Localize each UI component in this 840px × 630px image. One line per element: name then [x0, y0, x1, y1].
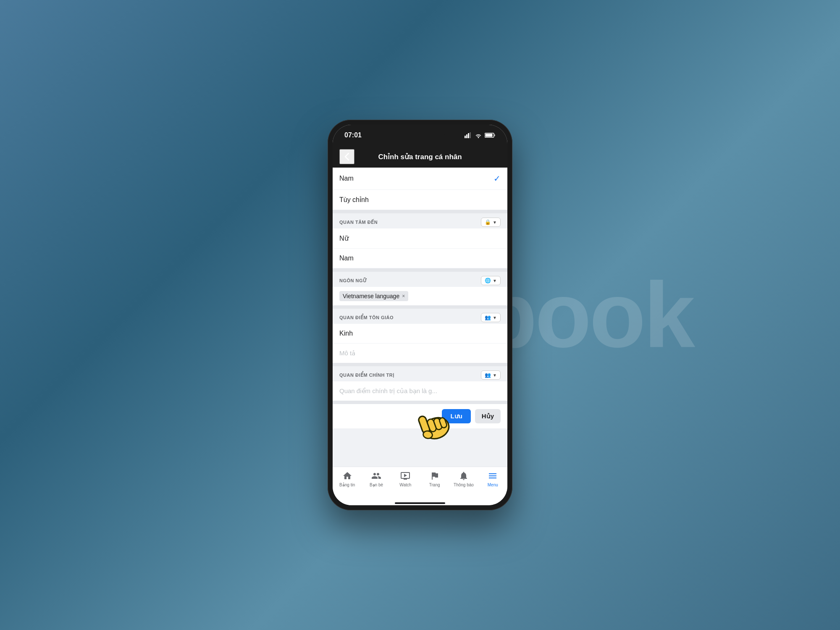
politics-section-header: QUAN ĐIỂM CHÍNH TRỊ 👥 ▼ [333, 366, 507, 381]
svg-rect-0 [465, 136, 466, 138]
divider-2 [333, 268, 507, 272]
nav-item-home[interactable]: Bảng tin [335, 470, 360, 487]
politics-label: QUAN ĐIỂM CHÍNH TRỊ [339, 373, 394, 378]
friends-nav-icon [371, 470, 382, 481]
religion-value-item[interactable]: Kinh [333, 324, 507, 344]
language-tag-value: Vietnamese language [343, 293, 399, 299]
religion-description-field[interactable]: Mô tả [333, 344, 507, 363]
politics-input-field[interactable]: Quan điểm chính trị của bạn là g... [333, 381, 507, 401]
language-privacy-btn[interactable]: 🌐 ▼ [481, 276, 501, 285]
nav-item-friends[interactable]: Bạn bè [364, 470, 389, 487]
gender-male-item[interactable]: Nam ✓ [333, 168, 507, 190]
check-icon: ✓ [494, 173, 501, 184]
watch-nav-icon [400, 470, 411, 481]
religion-privacy-btn[interactable]: 👥 ▼ [481, 313, 501, 322]
divider-4 [333, 363, 507, 366]
pages-nav-label: Trang [429, 483, 440, 487]
notifications-nav-icon [458, 470, 469, 481]
language-tag-container: Vietnamese language × [333, 287, 507, 305]
home-nav-icon [342, 470, 353, 481]
bottom-nav: Bảng tin Bạn bè Watch [333, 467, 507, 501]
religion-dropdown-arrow: ▼ [493, 315, 497, 320]
people-icon: 👥 [485, 315, 491, 320]
content-area: Nam ✓ Tùy chỉnh QUAN TÂM ĐẾN 🔒 ▼ Nữ [333, 168, 507, 467]
language-label: NGÔN NGỮ [339, 278, 367, 284]
home-nav-label: Bảng tin [339, 483, 355, 487]
battery-icon [485, 132, 496, 138]
home-bar [395, 502, 445, 504]
nav-item-watch[interactable]: Watch [393, 470, 418, 487]
divider-3 [333, 305, 507, 309]
menu-nav-label: Menu [488, 483, 498, 487]
politics-privacy-btn[interactable]: 👥 ▼ [481, 370, 501, 380]
signal-icon [465, 132, 472, 138]
friends-nav-label: Bạn bè [370, 483, 383, 487]
lock-icon: 🔒 [485, 219, 491, 225]
language-tag-close[interactable]: × [402, 293, 405, 299]
politics-placeholder: Quan điểm chính trị của bạn là g... [339, 387, 437, 394]
pages-nav-icon [429, 470, 440, 481]
religion-section-header: QUAN ĐIỂM TÔN GIÁO 👥 ▼ [333, 309, 507, 324]
watch-nav-label: Watch [399, 483, 411, 487]
divider-1 [333, 210, 507, 213]
globe-icon: 🌐 [485, 278, 491, 284]
religion-label: QUAN ĐIỂM TÔN GIÁO [339, 315, 394, 320]
politics-dropdown-arrow: ▼ [493, 373, 497, 378]
custom-label: Tùy chỉnh [339, 196, 369, 204]
interested-in-label: QUAN TÂM ĐẾN [339, 220, 378, 225]
back-button[interactable] [339, 149, 354, 164]
interested-in-privacy-btn[interactable]: 🔒 ▼ [481, 218, 501, 227]
religion-description-placeholder: Mô tả [339, 349, 355, 357]
phone-screen: 07:01 [333, 125, 507, 505]
svg-rect-1 [466, 134, 467, 138]
app-header: Chỉnh sửa trang cá nhân [333, 146, 507, 168]
phone-frame: 07:01 [328, 120, 512, 510]
home-indicator [333, 501, 507, 505]
lang-dropdown-arrow: ▼ [493, 278, 497, 283]
religion-value: Kinh [339, 330, 353, 337]
gender-female-item[interactable]: Nữ [333, 228, 507, 249]
svg-rect-3 [470, 132, 471, 138]
dropdown-arrow: ▼ [493, 220, 497, 225]
cancel-button[interactable]: Hủy [475, 409, 501, 423]
wifi-icon [475, 132, 482, 138]
svg-rect-2 [468, 133, 469, 138]
divider-5 [333, 401, 507, 404]
menu-nav-icon [487, 470, 498, 481]
language-tag[interactable]: Vietnamese language × [339, 291, 408, 301]
notifications-nav-label: Thông báo [454, 483, 474, 487]
svg-rect-6 [494, 134, 496, 136]
action-row: Lưu Hủy [333, 404, 507, 428]
nav-item-menu[interactable]: Menu [480, 470, 505, 487]
interested-in-section-header: QUAN TÂM ĐẾN 🔒 ▼ [333, 213, 507, 228]
nav-item-notifications[interactable]: Thông báo [451, 470, 476, 487]
nav-item-pages[interactable]: Trang [422, 470, 447, 487]
svg-rect-5 [486, 134, 493, 137]
page-title: Chỉnh sửa trang cá nhân [354, 152, 486, 161]
politics-people-icon: 👥 [485, 372, 491, 378]
status-bar: 07:01 [333, 125, 507, 146]
save-button[interactable]: Lưu [442, 409, 470, 423]
status-time: 07:01 [344, 131, 362, 139]
gender-male-option-item[interactable]: Nam [333, 249, 507, 268]
custom-item[interactable]: Tùy chỉnh [333, 190, 507, 210]
gender-female-label: Nữ [339, 234, 349, 242]
gender-male-label: Nam [339, 175, 354, 182]
language-section-header: NGÔN NGỮ 🌐 ▼ [333, 272, 507, 287]
status-icons [465, 132, 496, 138]
gender-male-option-label: Nam [339, 255, 354, 262]
